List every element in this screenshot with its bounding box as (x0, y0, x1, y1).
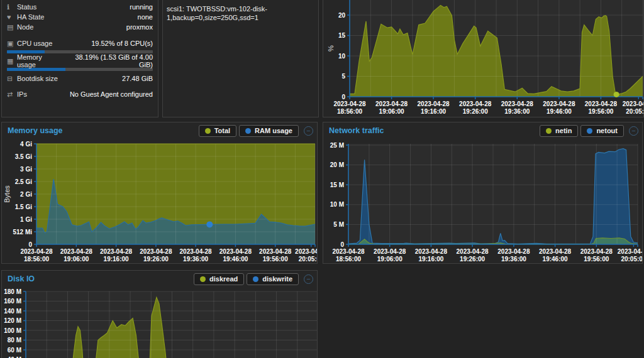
bootdisk-row: ⊟ Bootdisk size 27.48 GiB (2, 73, 158, 84)
network-panel-collapse-icon[interactable]: − (629, 126, 638, 136)
hdd-icon: ⊟ (7, 75, 17, 83)
network-legend: netin netout − (540, 125, 638, 137)
svg-text:120 M: 120 M (4, 317, 21, 324)
network-traffic-chart[interactable]: 05 M10 M15 M20 M25 M2023-04-2818:56:0020… (323, 139, 642, 264)
svg-text:0: 0 (340, 241, 344, 248)
svg-text:2023-04-28: 2023-04-28 (374, 248, 406, 255)
legend-netout-button[interactable]: netout (580, 125, 624, 137)
disk-io-chart[interactable]: 020 M40 M60 M80 M100 M120 M140 M160 M180… (2, 287, 317, 358)
memory-usage-label: Memory usage (17, 53, 62, 68)
memory-icon: ▦ (7, 57, 17, 65)
svg-text:19:56:00: 19:56:00 (584, 256, 609, 263)
svg-text:2023-04-28: 2023-04-28 (180, 248, 213, 255)
status-row: ℹ Status running (2, 2, 158, 12)
legend-ram-usage-button[interactable]: RAM usage (239, 125, 299, 137)
scsi-disk-config-text[interactable]: scsi1: TWOTBSSD:vm-102-disk-1,backup=0,s… (163, 2, 275, 24)
legend-diskread-label: diskread (209, 275, 238, 283)
ha-state-value: none (138, 13, 153, 21)
svg-text:19:06:00: 19:06:00 (377, 256, 402, 263)
ram-usage-series-dot (245, 128, 251, 134)
svg-text:15: 15 (338, 32, 346, 39)
diskread-series-dot (200, 276, 206, 282)
svg-text:5: 5 (341, 73, 345, 80)
svg-text:0: 0 (28, 241, 32, 248)
svg-text:140 M: 140 M (4, 308, 21, 315)
svg-text:2.5 Gi: 2.5 Gi (15, 178, 32, 185)
svg-text:2023-04-28: 2023-04-28 (580, 248, 613, 255)
status-label: Status (17, 3, 36, 11)
svg-text:Bytes: Bytes (3, 185, 11, 203)
disk-io-chart-svg[interactable]: 020 M40 M60 M80 M100 M120 M140 M160 M180… (2, 287, 317, 358)
svg-text:2 Gi: 2 Gi (20, 191, 32, 198)
legend-netin-label: netin (555, 127, 572, 134)
legend-total-button[interactable]: Total (199, 125, 236, 137)
svg-text:512 Mi: 512 Mi (13, 229, 32, 236)
legend-diskread-button[interactable]: diskread (194, 273, 244, 285)
svg-text:5 M: 5 M (333, 221, 344, 228)
svg-text:20:05:00: 20:05:00 (626, 108, 644, 115)
network-traffic-panel-title: Network traffic (329, 126, 384, 135)
svg-text:19:16:00: 19:16:00 (418, 256, 443, 263)
svg-text:2023-04-28: 2023-04-28 (219, 248, 252, 255)
svg-text:18:56:00: 18:56:00 (24, 256, 49, 263)
hover-marker-dot (614, 92, 619, 97)
ha-state-label: HA State (17, 13, 44, 21)
svg-text:3 Gi: 3 Gi (20, 166, 32, 173)
netout-series-dot (587, 128, 592, 134)
diskwrite-series-dot (253, 276, 258, 282)
cpu-usage-value: 19.52% of 8 CPU(s) (91, 40, 153, 47)
info-icon: ℹ (7, 3, 17, 11)
svg-text:2023-04-28: 2023-04-28 (60, 248, 93, 255)
svg-text:2023-04-28: 2023-04-28 (259, 248, 292, 255)
svg-text:19:36:00: 19:36:00 (501, 256, 526, 263)
svg-text:2023-04-28: 2023-04-28 (539, 248, 572, 255)
legend-netin-button[interactable]: netin (540, 125, 578, 137)
network-traffic-panel-header: Network traffic netin netout − (323, 122, 642, 139)
cpu-usage-chart-svg[interactable]: 051015202023-04-2818:56:002023-04-2819:0… (323, 0, 644, 117)
svg-text:25 M: 25 M (330, 142, 344, 149)
exchange-arrows-icon: ⇄ (7, 90, 17, 99)
svg-text:19:26:00: 19:26:00 (460, 256, 485, 263)
svg-text:160 M: 160 M (4, 298, 21, 305)
svg-text:19:46:00: 19:46:00 (543, 256, 568, 263)
status-value: running (130, 3, 153, 11)
svg-text:180 M: 180 M (4, 288, 21, 295)
network-traffic-chart-svg[interactable]: 05 M10 M15 M20 M25 M2023-04-2818:56:0020… (323, 139, 642, 264)
svg-text:20:05:00: 20:05:00 (299, 256, 317, 263)
cpu-icon: ▣ (7, 40, 17, 48)
svg-text:60 M: 60 M (8, 347, 21, 354)
svg-text:19:16:00: 19:16:00 (104, 256, 129, 263)
svg-text:2023-04-28: 2023-04-28 (543, 100, 575, 107)
svg-text:2023-04-28: 2023-04-28 (457, 248, 489, 255)
memory-panel-collapse-icon[interactable]: − (304, 126, 313, 136)
memory-usage-panel-title: Memory usage (8, 126, 63, 135)
svg-text:2023-04-28: 2023-04-28 (140, 248, 172, 255)
memory-usage-chart[interactable]: 0512 Mi1 Gi1.5 Gi2 Gi2.5 Gi3 Gi3.5 Gi4 G… (2, 139, 317, 264)
cpu-usage-chart[interactable]: 051015202023-04-2818:56:002023-04-2819:0… (323, 0, 644, 117)
svg-text:19:36:00: 19:36:00 (183, 256, 208, 263)
svg-text:19:26:00: 19:26:00 (463, 108, 488, 115)
node-label: Node (17, 23, 33, 31)
memory-usage-chart-svg[interactable]: 0512 Mi1 Gi1.5 Gi2 Gi2.5 Gi3 Gi3.5 Gi4 G… (2, 139, 317, 264)
memory-usage-panel-header: Memory usage Total RAM usage − (2, 122, 317, 139)
svg-text:19:56:00: 19:56:00 (263, 256, 288, 263)
disk-io-panel-title: Disk IO (8, 274, 35, 283)
memory-usage-row: ▦ Memory usage 38.19% (1.53 GiB of 4.00 … (2, 56, 158, 66)
svg-text:%: % (327, 45, 335, 52)
svg-text:19:06:00: 19:06:00 (64, 256, 89, 263)
svg-text:2023-04-28: 2023-04-28 (497, 248, 530, 255)
node-value: proxmox (126, 23, 153, 31)
disk-io-panel-collapse-icon[interactable]: − (304, 274, 313, 284)
legend-diskwrite-button[interactable]: diskwrite (247, 273, 299, 285)
svg-text:19:46:00: 19:46:00 (547, 108, 572, 115)
svg-text:100 M: 100 M (4, 327, 21, 334)
svg-text:19:56:00: 19:56:00 (588, 108, 613, 115)
svg-text:3.5 Gi: 3.5 Gi (15, 153, 32, 160)
svg-text:15 M: 15 M (330, 182, 344, 188)
legend-ram-usage-label: RAM usage (255, 127, 292, 134)
svg-text:2023-04-28: 2023-04-28 (375, 100, 408, 107)
svg-text:2023-04-28: 2023-04-28 (459, 100, 492, 107)
svg-text:2023-04-28: 2023-04-28 (332, 248, 365, 255)
svg-text:1.5 Gi: 1.5 Gi (15, 203, 32, 210)
disk-io-legend: diskread diskwrite − (194, 273, 313, 285)
